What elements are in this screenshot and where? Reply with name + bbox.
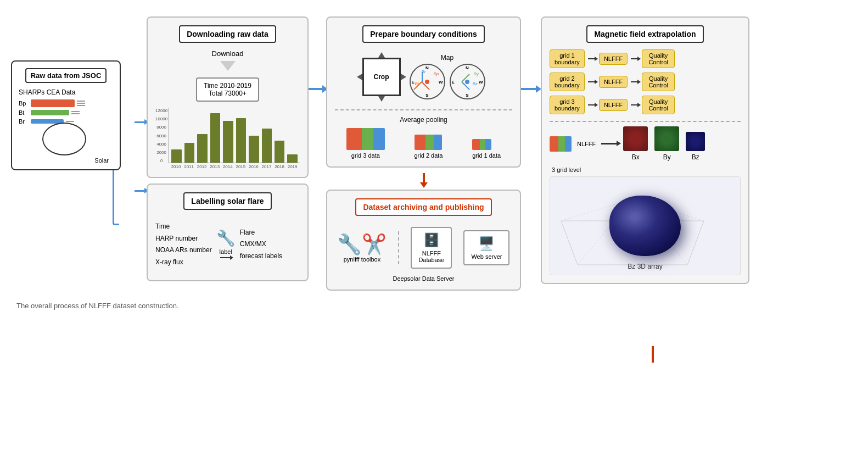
grid1-boundary: grid 1boundary <box>550 49 585 68</box>
label-arrow <box>220 257 231 258</box>
arrow-connector-2 <box>521 88 541 90</box>
flare-labels: Flare CMX/MX forecast labels <box>240 227 282 263</box>
bt-bar <box>31 110 69 115</box>
tick6 <box>66 121 74 122</box>
server-label: Deepsolar Data Server <box>335 275 512 282</box>
mag-title: Magnetic field extrapolation <box>586 25 703 43</box>
chart-y-labels: 0 2000 4000 6000 8000 10000 12000 <box>155 108 167 163</box>
caption-text: The overall process of NLFFF dataset con… <box>16 302 179 310</box>
bar-2012 <box>197 134 207 163</box>
labelling-title: Labelling solar flare <box>183 192 271 210</box>
compass1-circle: N S E W Bp <box>410 64 445 99</box>
nlfff-3: NLFFF <box>599 99 628 111</box>
svg-line-2 <box>687 221 704 265</box>
center-dot2 <box>465 80 469 84</box>
grid-level-section: NLFFF Bx By Bz <box>550 126 741 161</box>
bracket-arrows <box>135 88 147 225</box>
bar-chart: 2010 2011 2012 2013 2014 2015 2016 2017 … <box>169 108 300 169</box>
mid2-column: Prepare boundary conditions Crop Map <box>326 16 521 291</box>
tick5 <box>71 113 80 114</box>
chart-wrapper: 0 2000 4000 6000 8000 10000 12000 <box>155 108 300 169</box>
bp-row: Bp <box>19 99 113 107</box>
compasses: N S E W Bp <box>410 64 485 99</box>
grid1-img <box>472 139 491 150</box>
compass2-circle: N S E W By Bz <box>450 64 485 99</box>
server-icon: 🖥️ <box>471 236 502 251</box>
total-label: Total 73000+ <box>209 90 247 97</box>
tick4 <box>71 111 80 112</box>
pipeline-row-2: grid 2boundary NLFFF QualityControl <box>550 73 741 91</box>
bxyz-row: Bx By Bz <box>623 126 705 161</box>
workflow-diagram: Raw data from JSOC SHARPs CEA Data Bp Bt <box>0 0 868 296</box>
left-arrow <box>357 74 362 80</box>
download-section: Download Time 2010-2019 Total 73000+ 0 2… <box>155 49 300 169</box>
dataset-title: Dataset archiving and publishing <box>355 198 491 216</box>
center-dot1 <box>425 80 429 84</box>
bz-label: Bz <box>686 153 705 161</box>
blue-arrow-2 <box>521 88 537 90</box>
bp-label: Bp <box>19 100 29 107</box>
avg-pooling-label: Average pooling <box>335 116 512 124</box>
tools-icon: 🔧✂️ <box>337 233 387 256</box>
grid2-img <box>415 135 442 150</box>
compass1: N S E W Bp <box>410 64 445 99</box>
red-arrowhead <box>420 182 428 188</box>
red-vert-line <box>423 173 425 184</box>
bar-2018 <box>275 141 284 163</box>
labelling-panel: Labelling solar flare Time HARP number N… <box>147 184 309 281</box>
bar-2016 <box>249 136 259 163</box>
bp-bar <box>31 99 75 107</box>
tick2 <box>77 103 85 104</box>
grid2-item: grid 2 data <box>415 135 443 159</box>
bar-2013 <box>210 113 220 163</box>
grid2-boundary: grid 2boundary <box>550 73 585 91</box>
grid-pipeline: grid 1boundary NLFFF QualityControl grid… <box>550 49 741 114</box>
tick3 <box>77 105 85 106</box>
bx-label: Bx <box>623 153 648 161</box>
grid2-label: grid 2 data <box>415 152 443 159</box>
by-item: By <box>654 126 679 161</box>
grid3-boundary: grid 3boundary <box>550 96 585 114</box>
dashed-divider-h <box>550 121 741 122</box>
bot-arrow <box>378 96 385 102</box>
label-text: label <box>220 248 232 255</box>
bracket-arrow-top <box>135 121 145 123</box>
bx-item: Bx <box>623 126 648 161</box>
web-server-label: Web server <box>471 253 502 260</box>
chart-labels: 2010 2011 2012 2013 2014 2015 2016 2017 … <box>169 163 300 169</box>
bx-thumb <box>623 126 648 151</box>
arrow-1a <box>588 58 596 59</box>
web-server-box: 🖥️ Web server <box>463 230 509 265</box>
map-label: Map <box>410 54 485 62</box>
blue-arrow-1 <box>309 88 324 90</box>
dashed-v <box>398 231 399 264</box>
grid-level-label: 3 grid level <box>550 166 741 173</box>
boundary-title: Prepare boundary conditions <box>362 25 484 43</box>
mag-panel: Magnetic field extrapolation grid 1bound… <box>541 16 749 284</box>
bz-3d-label: Bz 3D array <box>628 263 662 270</box>
grid-data-row: grid 3 data grid 2 data grid 1 data <box>335 128 512 159</box>
nlfff-label: NLFFF <box>577 141 596 147</box>
nlfff-db-label: NLFFFDatabase <box>418 250 444 263</box>
bz-item: Bz <box>686 132 705 161</box>
crop-box: Crop <box>362 58 401 96</box>
toolbox-section: 🔧✂️ pynlfff toolbox <box>337 233 387 263</box>
red-left-arrow-container <box>652 346 654 363</box>
bt-label: Bt <box>19 109 29 116</box>
red-left-line <box>652 346 654 363</box>
download-panel: Downloading raw data Download Time 2010-… <box>147 16 309 178</box>
time-label: Time 2010-2019 <box>204 82 251 90</box>
dataset-row: 🔧✂️ pynlfff toolbox 🗄️ NLFFFDatabase 🖥️ … <box>335 223 512 273</box>
bar-2010 <box>171 149 181 163</box>
sharps-label: SHARPs CEA Data <box>19 88 113 96</box>
nlfff-db-box: 🗄️ NLFFFDatabase <box>411 227 452 269</box>
bar-2019 <box>287 154 297 163</box>
qc-3: QualityControl <box>642 96 675 114</box>
arrow-3a <box>588 104 596 105</box>
wrench-icon: 🔧 <box>216 231 236 246</box>
map-section: Map N S E W <box>410 54 485 99</box>
arrow-3b <box>631 104 639 105</box>
bz-3d-box: Bz 3D array <box>550 176 741 275</box>
by-label: By <box>654 153 679 161</box>
download-arrow <box>220 61 236 71</box>
